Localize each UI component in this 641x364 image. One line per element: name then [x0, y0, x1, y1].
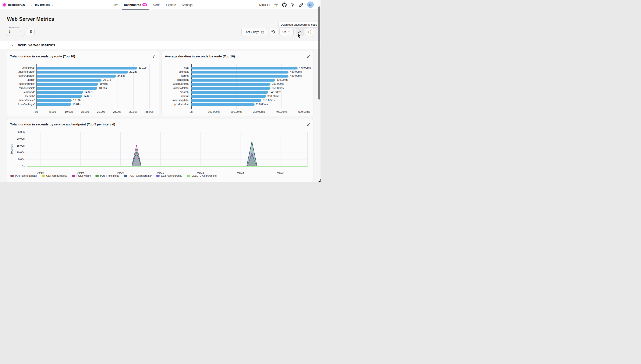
- y-axis-title: Seconds: [10, 144, 13, 155]
- legend-item[interactable]: GET /products/list/: [42, 174, 67, 177]
- series-put-users-update-: [27, 154, 308, 166]
- bar-value-label: 470.00ms: [299, 66, 311, 69]
- bar-category-label: /users/delete/: [162, 87, 189, 90]
- slack-icon[interactable]: [274, 3, 278, 7]
- legend-swatch: [187, 175, 190, 177]
- bar[interactable]: [191, 99, 261, 102]
- legend-item[interactable]: POST /login/: [72, 174, 91, 177]
- panel-average-duration-by-route: Average duration in seconds by route (To…: [162, 51, 314, 116]
- gridline: [304, 64, 304, 109]
- bar-category-label: /contact/: [162, 70, 189, 73]
- bar-value-label: 310.00ms: [263, 99, 275, 102]
- tab-alerts[interactable]: Alerts: [153, 0, 160, 10]
- tab-settings[interactable]: Settings: [182, 0, 193, 10]
- series-post-users-create-: [27, 142, 308, 166]
- bar[interactable]: [37, 103, 71, 106]
- expand-panel-button[interactable]: [307, 55, 310, 58]
- share-link-icon[interactable]: [299, 3, 303, 7]
- bar[interactable]: [191, 75, 289, 78]
- tab-explore[interactable]: Explore: [166, 0, 176, 10]
- bar[interactable]: [37, 75, 116, 78]
- x-tick-label: 0s: [35, 110, 38, 113]
- org-chevron-updown-icon[interactable]: ⌃⌄: [27, 4, 29, 6]
- bar[interactable]: [191, 87, 270, 90]
- bar[interactable]: [37, 87, 97, 90]
- bar[interactable]: [37, 67, 137, 70]
- bar-category-label: /user/settings/: [7, 103, 35, 106]
- expand-icon: [307, 123, 310, 126]
- bar[interactable]: [37, 99, 72, 102]
- bar[interactable]: [191, 95, 266, 98]
- bar-value-label: 10.83s: [73, 99, 81, 102]
- docs-link[interactable]: Docs: [259, 3, 270, 6]
- bar[interactable]: [191, 83, 270, 86]
- refresh-button[interactable]: [269, 28, 277, 36]
- app-logo-icon[interactable]: [2, 3, 6, 6]
- tab-dashboards[interactable]: DashboardsV2: [124, 0, 147, 10]
- bar[interactable]: [191, 79, 275, 82]
- expand-panel-button[interactable]: [307, 123, 310, 126]
- main-nav-tabs: LiveDashboardsV2AlertsExploreSettings: [113, 0, 193, 10]
- bar[interactable]: [191, 103, 255, 106]
- time-range-button[interactable]: Last 7 days: [241, 28, 267, 36]
- project-chevron-updown-icon[interactable]: ⌃⌄: [52, 4, 53, 6]
- bar-value-label: 14.35s: [85, 91, 93, 94]
- auto-refresh-select[interactable]: Off: [279, 28, 294, 36]
- bar-value-label: 18.80s: [99, 87, 107, 90]
- bar[interactable]: [37, 95, 82, 98]
- theme-sun-icon[interactable]: [291, 3, 295, 7]
- tab-label: Settings: [182, 3, 193, 6]
- org-selector[interactable]: ddanielcruzz: [8, 3, 26, 6]
- bar[interactable]: [37, 71, 128, 74]
- bar-category-label: /products/list/: [7, 87, 35, 90]
- legend-label: GET /users/profile/: [161, 174, 182, 177]
- bar[interactable]: [191, 91, 268, 94]
- y-tick-label: 25.00s: [7, 130, 25, 134]
- x-tick-label: 10.00s: [65, 110, 73, 113]
- vertical-scrollbar[interactable]: [318, 6, 320, 100]
- bar[interactable]: [191, 71, 289, 74]
- workspace-breadcrumb: ddanielcruzz ⌃⌄ / my-project ⌃⌄: [3, 0, 54, 10]
- github-icon[interactable]: [282, 2, 287, 7]
- bar-category-label: /users/create/: [7, 70, 35, 73]
- legend-item[interactable]: POST /checkout/: [95, 174, 119, 177]
- legend-item[interactable]: POST /users/create/: [124, 174, 152, 177]
- x-tick-label: 200.00ms: [231, 110, 242, 113]
- x-tick-label: 20.00s: [97, 110, 105, 113]
- panel-duration-by-service-endpoint: Total duration in seconds by service and…: [7, 119, 314, 182]
- legend-item[interactable]: DELETE /users/delete/: [187, 174, 217, 177]
- bar[interactable]: [191, 67, 298, 70]
- x-tick-label: 300.00ms: [253, 110, 265, 113]
- x-tick-label: 400.00ms: [276, 110, 287, 113]
- bar-value-label: 370.00ms: [276, 78, 288, 81]
- bar[interactable]: [37, 91, 83, 94]
- panel-header: Average duration in seconds by route (To…: [162, 51, 314, 61]
- bar-chart: 0s5.00s10.00s15.00s20.00s25.00s30.00s35.…: [7, 61, 159, 116]
- bar[interactable]: [37, 83, 98, 86]
- section-header[interactable]: Web Server Metrics: [0, 41, 321, 49]
- page-title: Web Server Metrics: [7, 16, 54, 22]
- bar[interactable]: [37, 79, 102, 82]
- refresh-icon: [272, 30, 275, 34]
- tab-live[interactable]: Live: [113, 0, 118, 10]
- pin-resolution-button[interactable]: [27, 28, 35, 36]
- bar-category-label: /users/profile/: [7, 82, 35, 86]
- chart-legend: PUT /users/update/GET /products/list/POS…: [11, 174, 217, 177]
- window-corner: [318, 179, 321, 182]
- json-view-button[interactable]: { }: [306, 28, 314, 36]
- bar-value-label: 24.55s: [118, 74, 126, 77]
- resolution-select[interactable]: Resolution 3h: [6, 28, 25, 36]
- bar-category-label: /products/list/: [162, 103, 189, 106]
- download-tooltip: Download dashboard as code: [278, 22, 319, 28]
- legend-item[interactable]: PUT /users/update/: [11, 174, 37, 177]
- series-delete-users-delete-: [27, 157, 308, 166]
- dashboard-toolbar: Last 7 days Off { }: [241, 28, 314, 36]
- expand-panel-button[interactable]: [152, 55, 156, 58]
- legend-item[interactable]: GET /users/profile/: [156, 174, 182, 177]
- project-selector[interactable]: my-project: [35, 3, 50, 6]
- bar-value-label: 28.26s: [129, 70, 137, 73]
- collapse-chevron-icon[interactable]: [11, 44, 14, 47]
- x-tick-label: 06/24: [273, 171, 288, 174]
- user-avatar[interactable]: D: [307, 2, 314, 8]
- x-tick-label: 06/19: [73, 171, 88, 174]
